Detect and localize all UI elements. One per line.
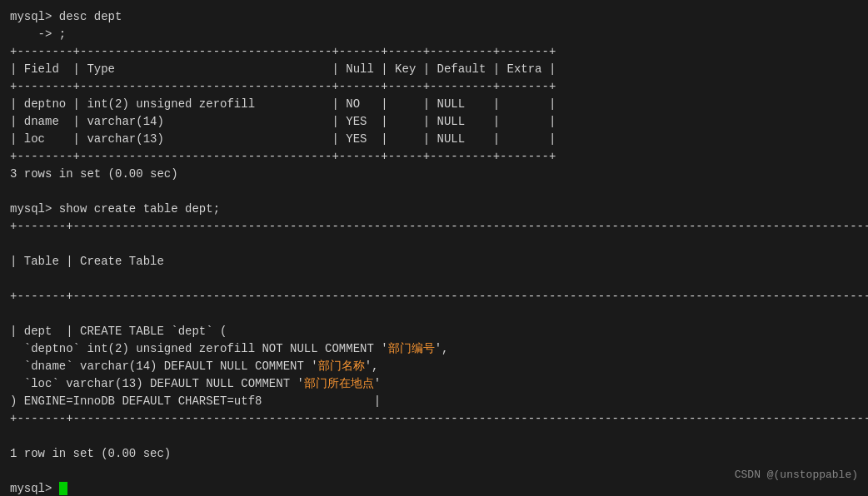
line-data4: `loc` varchar(13) DEFAULT NULL COMMENT '… [10, 375, 858, 393]
line-border1: +--------+------------------------------… [10, 43, 858, 61]
line-data1: | dept | CREATE TABLE `dept` ( [10, 323, 858, 340]
line-border3: +--------+------------------------------… [10, 148, 858, 166]
line-border5: +-------+-------------------------------… [10, 288, 858, 305]
line-spacer2: | [10, 270, 858, 288]
line-row2: | dname | varchar(14) | YES | | NULL | | [10, 113, 858, 131]
line-result1: 3 rows in set (0.00 sec) [10, 166, 858, 183]
line-cmd1b: -> ; [10, 26, 858, 43]
line-spacer3: | [10, 305, 858, 323]
line-spacer4: | [10, 428, 858, 445]
watermark: CSDN @(unstoppable) [735, 469, 858, 481]
line-data5: ) ENGINE=InnoDB DEFAULT CHARSET=utf8 | [10, 393, 858, 410]
line-row3: | loc | varchar(13) | YES | | NULL | | [10, 131, 858, 148]
line-data2: `deptno` int(2) unsigned zerofill NOT NU… [10, 340, 858, 358]
terminal-cursor [59, 482, 67, 495]
terminal: mysql> desc dept -> ; +--------+--------… [0, 0, 868, 496]
line-cmd1: mysql> desc dept [10, 8, 858, 26]
line-header: | Field | Type | Null | Key | Default | … [10, 61, 858, 78]
line-cmd3: mysql> [10, 480, 858, 496]
line-header2: | Table | Create Table [10, 253, 858, 270]
line-border6: +-------+-------------------------------… [10, 410, 858, 428]
line-empty1 [10, 183, 858, 201]
line-empty2 [10, 463, 858, 480]
line-border4: +-------+-------------------------------… [10, 218, 858, 236]
line-data3: `dname` varchar(14) DEFAULT NULL COMMENT… [10, 358, 858, 375]
line-spacer1: | [10, 236, 858, 253]
line-row1: | deptno | int(2) unsigned zerofill | NO… [10, 96, 858, 113]
line-border2: +--------+------------------------------… [10, 78, 858, 96]
line-result2: 1 row in set (0.00 sec) [10, 445, 858, 463]
line-cmd2: mysql> show create table dept; [10, 201, 858, 218]
